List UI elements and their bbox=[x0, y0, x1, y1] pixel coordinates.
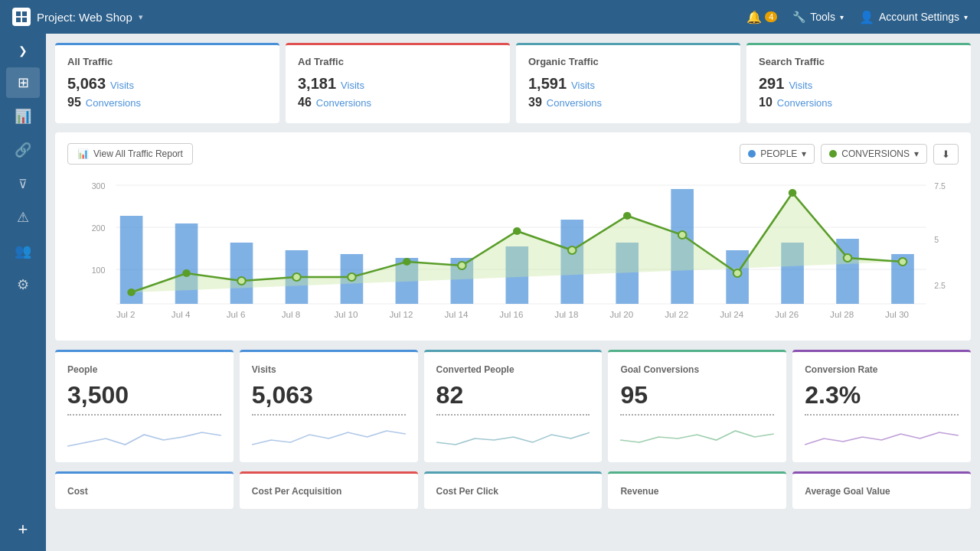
cost-per-click-title: Cost Per Click bbox=[436, 486, 590, 497]
search-traffic-visits-label: Visits bbox=[789, 80, 812, 91]
conversion-rate-card: Conversion Rate 2.3% bbox=[792, 350, 971, 462]
converted-people-title: Converted People bbox=[436, 364, 590, 375]
search-traffic-conv-label: Conversions bbox=[777, 97, 832, 109]
svg-text:Jul 28: Jul 28 bbox=[830, 310, 854, 319]
all-traffic-visits: 5,063 Visits bbox=[67, 75, 267, 93]
brand-arrow: ▾ bbox=[139, 12, 143, 22]
goal-conversions-card: Goal Conversions 95 bbox=[608, 350, 786, 462]
account-arrow: ▾ bbox=[964, 13, 968, 21]
conversions-dropdown[interactable]: CONVERSIONS ▾ bbox=[821, 144, 927, 164]
svg-text:Jul 14: Jul 14 bbox=[444, 310, 468, 319]
nav-right: 🔔 4 🔧 Tools ▾ 👤 Account Settings ▾ bbox=[746, 10, 968, 24]
svg-point-38 bbox=[568, 246, 577, 254]
search-traffic-conversions: 10 Conversions bbox=[759, 96, 959, 109]
download-button[interactable]: ⬇ bbox=[933, 144, 959, 165]
svg-text:Jul 20: Jul 20 bbox=[609, 310, 633, 319]
avg-goal-value-card: Average Goal Value bbox=[792, 471, 971, 509]
search-traffic-conv-num: 10 bbox=[759, 96, 773, 109]
svg-text:300: 300 bbox=[92, 182, 106, 191]
visits-card-value: 5,063 bbox=[252, 381, 406, 416]
top-navigation: Project: Web Shop ▾ 🔔 4 🔧 Tools ▾ 👤 Acco… bbox=[0, 0, 980, 34]
sidebar-item-filter[interactable]: ⊽ bbox=[6, 168, 40, 199]
svg-point-39 bbox=[623, 212, 632, 220]
all-traffic-title: All Traffic bbox=[67, 56, 267, 67]
svg-rect-0 bbox=[16, 11, 21, 16]
people-metric-card: People 3,500 bbox=[55, 350, 234, 462]
view-report-button[interactable]: 📊 View All Traffic Report bbox=[67, 143, 193, 165]
conversions-dot bbox=[829, 150, 837, 158]
sidebar-item-warnings[interactable]: ⚠ bbox=[6, 202, 40, 233]
sidebar-add-button[interactable]: + bbox=[6, 514, 40, 545]
revenue-card: Revenue bbox=[608, 471, 786, 509]
people-chevron: ▾ bbox=[802, 148, 806, 159]
warning-icon: ⚠ bbox=[17, 209, 29, 226]
svg-text:2.5: 2.5 bbox=[934, 282, 946, 290]
svg-text:7.5: 7.5 bbox=[934, 182, 946, 191]
ad-traffic-visits-label: Visits bbox=[341, 80, 364, 91]
view-report-label: View All Traffic Report bbox=[93, 148, 183, 159]
svg-point-44 bbox=[899, 258, 907, 266]
goal-conversions-title: Goal Conversions bbox=[620, 364, 774, 375]
account-button[interactable]: 👤 Account Settings ▾ bbox=[859, 10, 968, 24]
svg-point-34 bbox=[348, 273, 356, 281]
ad-traffic-conversions: 46 Conversions bbox=[298, 96, 498, 109]
conversion-rate-title: Conversion Rate bbox=[805, 364, 959, 375]
sidebar-expand-button[interactable]: ❯ bbox=[0, 40, 46, 61]
sidebar-item-chart[interactable]: 📊 bbox=[6, 101, 40, 132]
all-traffic-visits-label: Visits bbox=[110, 80, 134, 91]
svg-text:Jul 6: Jul 6 bbox=[227, 310, 246, 319]
sidebar-item-links[interactable]: 🔗 bbox=[6, 135, 40, 165]
main-chart: 300 200 100 7.5 5 2.5 bbox=[67, 174, 959, 327]
goals-sparkline bbox=[620, 423, 774, 450]
avg-goal-value-title: Average Goal Value bbox=[805, 486, 959, 497]
ad-traffic-visits: 3,181 Visits bbox=[298, 75, 498, 93]
organic-traffic-card: Organic Traffic 1,591 Visits 39 Conversi… bbox=[516, 43, 740, 123]
visits-metric-card: Visits 5,063 bbox=[240, 350, 418, 462]
svg-point-33 bbox=[292, 273, 301, 281]
svg-text:Jul 2: Jul 2 bbox=[116, 310, 136, 319]
conversion-rate-value: 2.3% bbox=[805, 381, 959, 416]
tools-button[interactable]: 🔧 Tools ▾ bbox=[792, 11, 844, 23]
bar-chart-icon: 📊 bbox=[77, 148, 89, 159]
cost-per-acquisition-title: Cost Per Acquisition bbox=[252, 486, 406, 497]
chart-icon: 📊 bbox=[15, 108, 31, 125]
people-label: PEOPLE bbox=[760, 148, 797, 159]
svg-text:Jul 26: Jul 26 bbox=[775, 310, 799, 319]
sidebar-item-settings[interactable]: ⚙ bbox=[6, 269, 40, 300]
notifications-area[interactable]: 🔔 4 bbox=[746, 10, 777, 24]
sidebar-item-users[interactable]: 👥 bbox=[6, 236, 40, 266]
ad-traffic-card: Ad Traffic 3,181 Visits 46 Conversions bbox=[286, 43, 510, 123]
svg-text:Jul 4: Jul 4 bbox=[172, 310, 191, 319]
download-icon: ⬇ bbox=[942, 148, 950, 160]
people-dropdown[interactable]: PEOPLE ▾ bbox=[740, 144, 815, 164]
search-traffic-card: Search Traffic 291 Visits 10 Conversions bbox=[746, 43, 971, 123]
organic-traffic-visits-num: 1,591 bbox=[528, 75, 567, 93]
cost-card: Cost bbox=[55, 471, 234, 509]
sidebar: ❯ ⊞ 📊 🔗 ⊽ ⚠ 👥 ⚙ + bbox=[0, 34, 46, 551]
brand-area[interactable]: Project: Web Shop ▾ bbox=[12, 8, 746, 26]
svg-rect-16 bbox=[230, 243, 253, 304]
svg-rect-1 bbox=[22, 11, 27, 16]
sidebar-item-dashboard[interactable]: ⊞ bbox=[6, 67, 40, 98]
svg-rect-15 bbox=[175, 223, 198, 304]
account-label: Account Settings bbox=[879, 11, 959, 23]
users-icon: 👥 bbox=[15, 243, 31, 259]
all-traffic-visits-num: 5,063 bbox=[67, 75, 106, 93]
organic-traffic-visits-label: Visits bbox=[571, 80, 595, 91]
brand-icon bbox=[12, 8, 31, 26]
all-traffic-conversions: 95 Conversions bbox=[67, 96, 267, 109]
chart-section: 📊 View All Traffic Report PEOPLE ▾ CONVE… bbox=[55, 132, 971, 341]
people-card-value: 3,500 bbox=[67, 381, 221, 416]
svg-point-32 bbox=[237, 277, 246, 285]
notification-badge: 4 bbox=[765, 11, 777, 22]
revenue-title: Revenue bbox=[620, 486, 774, 497]
search-traffic-visits: 291 Visits bbox=[759, 75, 959, 93]
all-traffic-conv-label: Conversions bbox=[86, 97, 141, 109]
svg-point-40 bbox=[678, 231, 687, 239]
svg-text:200: 200 bbox=[92, 224, 106, 233]
traffic-cards-row: All Traffic 5,063 Visits 95 Conversions … bbox=[55, 43, 971, 123]
organic-traffic-title: Organic Traffic bbox=[528, 56, 728, 67]
svg-rect-3 bbox=[22, 18, 27, 22]
visits-card-title: Visits bbox=[252, 364, 406, 375]
metric-cards-row: People 3,500 Visits 5,063 Converted Peop… bbox=[55, 350, 971, 462]
